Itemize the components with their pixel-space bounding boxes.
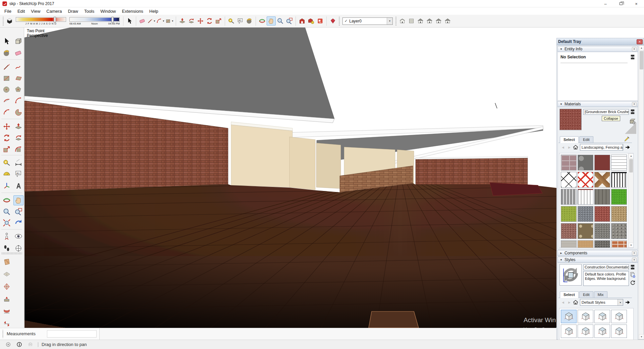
- measurements-drag-handle[interactable]: [2, 330, 4, 338]
- from-scratch-tool[interactable]: [2, 269, 12, 279]
- cream-wall-mid-1[interactable]: [316, 143, 341, 189]
- drape-tool[interactable]: [2, 306, 12, 316]
- select-tool[interactable]: [125, 16, 134, 26]
- claim-credit-icon[interactable]: [28, 342, 33, 347]
- tape-measure-tool[interactable]: [2, 158, 12, 168]
- collapse-triangle-icon[interactable]: ▼: [560, 258, 562, 261]
- scroll-thumb[interactable]: [629, 159, 633, 172]
- sample-paint-swatch[interactable]: [625, 122, 636, 134]
- tray-close-button[interactable]: ×: [637, 39, 643, 44]
- move-tool[interactable]: [196, 16, 205, 26]
- polygon-tool[interactable]: [13, 85, 23, 95]
- dropdown-arrow-icon[interactable]: ▼: [171, 20, 174, 22]
- material-swatch-gravel-dark[interactable]: [594, 240, 610, 248]
- styles-close-button[interactable]: ×: [632, 258, 637, 262]
- walk-tool[interactable]: [2, 243, 12, 253]
- collapse-triangle-icon[interactable]: ▼: [560, 48, 562, 51]
- material-swatch-brick-red-solid[interactable]: [594, 155, 610, 170]
- view-front-button[interactable]: [416, 16, 425, 26]
- scroll-up-icon[interactable]: ▲: [629, 153, 634, 158]
- rotated-rectangle-tool[interactable]: [13, 73, 23, 83]
- position-camera-tool[interactable]: [2, 231, 12, 241]
- material-swatch-wood-picket-fence[interactable]: [561, 189, 577, 205]
- materials-header[interactable]: ▼ Materials ×: [557, 101, 638, 107]
- cream-pillar[interactable]: [289, 137, 315, 190]
- material-swatch-mulch-light[interactable]: [561, 240, 577, 248]
- shadow-date-slider[interactable]: [16, 17, 66, 22]
- styles-header[interactable]: ▼ Styles ×: [557, 257, 638, 263]
- style-thumb-8[interactable]: [611, 325, 627, 338]
- scale-tool[interactable]: [214, 16, 223, 26]
- home-icon[interactable]: [573, 299, 579, 305]
- menu-item-help[interactable]: Help: [146, 8, 161, 14]
- material-swatch-wood-cross-fence[interactable]: [594, 172, 610, 188]
- toggle-details-pane-button[interactable]: [630, 109, 636, 115]
- minimize-button[interactable]: –: [598, 0, 613, 7]
- stamp-tool[interactable]: [2, 294, 12, 304]
- style-name-field[interactable]: Construction Documentatio: [583, 264, 629, 270]
- material-name-field[interactable]: [Groundcover Brick Crushe: [583, 109, 629, 115]
- restore-button[interactable]: [613, 0, 629, 7]
- close-button[interactable]: ×: [629, 0, 644, 7]
- material-swatch-gravel-tan[interactable]: [611, 206, 627, 222]
- zoom-tool[interactable]: [276, 16, 285, 26]
- zoom-window-tool[interactable]: [285, 16, 294, 26]
- measurements-input[interactable]: [47, 330, 97, 338]
- get-models-tool[interactable]: [298, 16, 307, 26]
- push-pull-tool[interactable]: [13, 121, 23, 132]
- components-header[interactable]: ► Components ×: [557, 250, 638, 256]
- look-around-tool[interactable]: [13, 231, 23, 241]
- credits-info-icon[interactable]: [16, 342, 22, 347]
- dropdown-arrow-icon[interactable]: ▼: [618, 299, 623, 305]
- dropdown-arrow-icon[interactable]: ▼: [623, 144, 623, 150]
- material-swatch-chainlink-fence[interactable]: [561, 172, 577, 188]
- tab-select[interactable]: Select: [560, 136, 579, 143]
- follow-me-tool[interactable]: [187, 16, 196, 26]
- swatch-scrollbar[interactable]: ▲ ▼: [628, 153, 633, 248]
- entity-info-close-button[interactable]: ×: [632, 47, 637, 51]
- style-collection-dropdown[interactable]: Default Styles ▼: [580, 299, 623, 306]
- text-tool[interactable]: [236, 16, 245, 26]
- layers-dropdown-arrow-icon[interactable]: ▼: [387, 18, 392, 24]
- style-thumb-2[interactable]: [578, 310, 593, 323]
- material-swatch-rock-coarse[interactable]: [611, 223, 627, 239]
- tab-edit[interactable]: Edit: [579, 136, 593, 143]
- details-arrow-icon[interactable]: [625, 144, 631, 150]
- scroll-thumb[interactable]: [640, 51, 643, 69]
- follow-me-tool[interactable]: [13, 133, 23, 143]
- pan-tool[interactable]: [267, 16, 276, 26]
- cream-wall-large[interactable]: [231, 125, 292, 187]
- material-swatch-river-pebbles[interactable]: [578, 223, 593, 239]
- current-material-thumbnail[interactable]: [559, 109, 582, 130]
- axes-tool[interactable]: [2, 181, 12, 191]
- floor-hatch[interactable]: [369, 311, 419, 328]
- protractor-tool[interactable]: [2, 169, 12, 179]
- style-thumb-6[interactable]: [578, 325, 593, 338]
- menu-item-tools[interactable]: Tools: [81, 8, 97, 14]
- from-contours-tool[interactable]: [2, 257, 12, 267]
- material-swatch-weathered-planks[interactable]: [594, 189, 610, 205]
- material-swatch-gravel-gray[interactable]: [594, 223, 610, 239]
- material-swatch-grass-green[interactable]: [611, 189, 627, 205]
- materials-close-button[interactable]: ×: [632, 102, 637, 106]
- flip-edge-tool[interactable]: [2, 319, 12, 329]
- style-thumb-1[interactable]: [561, 310, 577, 323]
- tab-select[interactable]: Select: [560, 291, 579, 298]
- tray-title-bar[interactable]: Default Tray ×: [557, 38, 644, 45]
- create-style-button[interactable]: [629, 271, 636, 278]
- views-drag-handle[interactable]: [395, 17, 397, 26]
- tape-measure-tool[interactable]: [227, 16, 236, 26]
- material-swatch-iron-fence[interactable]: [611, 172, 627, 188]
- back-arrow-icon[interactable]: ◄: [561, 145, 565, 149]
- material-swatch-brick-pavers-orange[interactable]: [611, 240, 627, 248]
- zoom-tool[interactable]: [2, 207, 12, 217]
- menu-item-draw[interactable]: Draw: [65, 8, 81, 14]
- forward-arrow-icon[interactable]: ►: [568, 145, 571, 149]
- current-style-thumbnail[interactable]: [559, 264, 582, 286]
- 3d-text-tool[interactable]: [13, 181, 23, 191]
- sandbox-toolbar-drag-handle[interactable]: [1, 252, 22, 254]
- scroll-down-icon[interactable]: ▼: [629, 243, 634, 248]
- update-style-button[interactable]: [630, 280, 636, 286]
- material-swatch-grass-olive[interactable]: [561, 206, 577, 222]
- details-arrow-icon[interactable]: [625, 299, 631, 305]
